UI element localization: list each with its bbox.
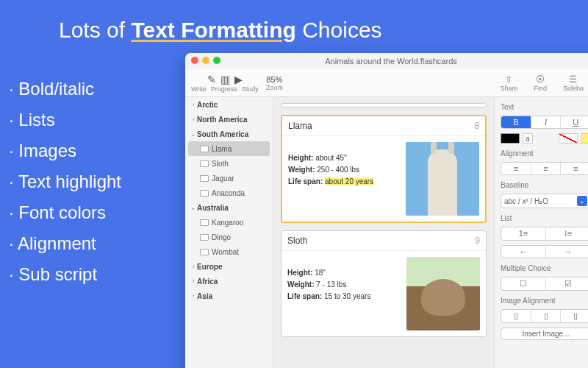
promo-headline: Lots of Text Formatting Choices (59, 18, 382, 43)
share-button[interactable]: ⇧Share (500, 74, 517, 92)
maximize-button[interactable] (213, 57, 220, 64)
titlebar: Animals around the World.flashcards (185, 53, 588, 69)
sidebar-item-dingo[interactable]: Dingo (185, 230, 273, 244)
progress-icon[interactable]: ▥ (220, 74, 230, 85)
baseline-section-label: Baseline (501, 181, 588, 189)
align-right-button[interactable]: ≡ (561, 163, 588, 174)
img-align-right-button[interactable]: ▯ (561, 310, 588, 322)
alignment-segment: ≡ ≡ ≡ (501, 162, 588, 175)
toolbar-right: ⇧Share ⦿Find ☰Sideba (500, 74, 588, 92)
chevron-right-icon: › (190, 101, 197, 108)
sidebar-item-llama[interactable]: Llama (188, 141, 270, 156)
align-center-button[interactable]: ≡ (531, 163, 562, 174)
mc-unchecked-button[interactable]: ☐ (501, 277, 546, 290)
multiple-choice-label: Multiple Choice (501, 264, 588, 272)
fact-value: 250 - 400 lbs (317, 166, 359, 174)
outdent-button[interactable]: ← (501, 246, 546, 258)
numbered-list-button[interactable]: 1≡ (501, 227, 546, 240)
image-alignment-segment: ▯ ▯ ▯ (501, 309, 588, 323)
italic-button[interactable]: I (531, 116, 562, 128)
fact-value: 18" (315, 269, 326, 277)
highlight-picker-icon[interactable] (581, 133, 588, 144)
alignment-section-label: Alignment (501, 149, 588, 158)
card-body: Height: about 45" Weight: 250 - 400 lbs … (282, 136, 485, 222)
sidebar: ›Arctic ›North America ⌄South America Ll… (185, 97, 273, 368)
fact-label: Weight: (287, 280, 314, 289)
sloth-image (406, 257, 480, 330)
underline-button[interactable]: U (561, 116, 588, 128)
indent-button[interactable]: → (546, 246, 588, 258)
card-body: Height: 18" Weight: 7 - 13 lbs Life span… (282, 251, 486, 336)
find-button[interactable]: ⦿Find (534, 74, 547, 92)
bullet-item: Lists (9, 105, 121, 135)
card-sloth[interactable]: Sloth 9 Height: 18" Weight: 7 - 13 lbs L… (281, 230, 487, 337)
list-type-segment: 1≡ ⁞≡ (501, 227, 588, 241)
img-align-center-button[interactable]: ▯ (531, 310, 562, 322)
study-icon[interactable]: ▶ (234, 74, 243, 85)
card-icon (200, 219, 209, 226)
bullet-item: Text highlight (9, 166, 121, 197)
fact-value: 15 to 30 years (324, 292, 370, 300)
llama-image (406, 142, 479, 216)
toolbar-zoom-group[interactable]: 85% Zoom (266, 75, 283, 91)
card-title: Sloth (287, 236, 307, 246)
sidebar-region-south-america[interactable]: ⌄South America (185, 127, 273, 141)
sidebar-region-north-america[interactable]: ›North America (185, 112, 273, 127)
img-align-left-button[interactable]: ▯ (501, 310, 531, 322)
bullet-item: Sub script (9, 259, 121, 290)
bold-button[interactable]: B (501, 116, 531, 128)
sidebar-item-anaconda[interactable]: Anaconda (185, 185, 273, 200)
sidebar-region-australia[interactable]: ⌄Australia (185, 200, 273, 215)
fact-value-highlighted: about 20 years (325, 177, 373, 185)
text-color-picker[interactable]: a (523, 133, 533, 144)
card-icon (200, 234, 209, 241)
progress-label: Progress (211, 85, 237, 93)
card-llama[interactable]: Llama 8 Height: about 45" Weight: 250 - … (281, 115, 487, 223)
sidebar-item-jaguar[interactable]: Jaguar (185, 171, 273, 185)
study-label: Study (242, 85, 259, 93)
mc-checked-button[interactable]: ☑ (546, 277, 588, 290)
baseline-value: abc / x² / H₂O (504, 197, 548, 205)
fact-value: about 45" (315, 154, 346, 162)
inspector: Text B I U a Alignment ≡ ≡ ≡ Baseline (494, 97, 588, 368)
fact-label: Weight: (288, 166, 315, 174)
sidebar-item-wombat[interactable]: Wombat (185, 244, 273, 259)
sidebar-toggle-button[interactable]: ☰Sideba (563, 74, 584, 92)
toolbar-mode-group: ✎ ▥ ▶ Write Progress Study (191, 74, 259, 93)
card-icon (200, 249, 209, 255)
sidebar-region-asia[interactable]: ›Asia (185, 289, 273, 303)
close-button[interactable] (191, 57, 198, 64)
no-highlight-swatch[interactable] (559, 133, 578, 144)
sidebar-region-europe[interactable]: ›Europe (185, 259, 273, 274)
card-icon (200, 175, 209, 182)
chevron-down-icon: ⌄ (190, 204, 197, 211)
card-icon (200, 160, 209, 167)
card-number: 8 (474, 121, 479, 131)
sidebar-region-arctic[interactable]: ›Arctic (185, 97, 273, 112)
sidebar-item-kangaroo[interactable]: Kangaroo (185, 215, 273, 230)
sidebar-region-africa[interactable]: ›Africa (185, 274, 273, 289)
card-icon (200, 146, 209, 152)
image-alignment-label: Image Alignment (501, 297, 588, 305)
bullet-item: Font colors (9, 197, 121, 228)
sidebar-item-sloth[interactable]: Sloth (185, 156, 273, 171)
traffic-lights (191, 57, 220, 64)
card-sliver[interactable] (281, 103, 487, 107)
bullet-item: Images (9, 135, 121, 166)
card-icon (200, 190, 209, 197)
zoom-label: Zoom (266, 84, 283, 91)
minimize-button[interactable] (202, 57, 209, 64)
headline-pre: Lots of (59, 18, 131, 42)
headline-emphasis: Text Formatting (131, 18, 295, 42)
align-left-button[interactable]: ≡ (501, 163, 531, 174)
bulleted-list-button[interactable]: ⁞≡ (546, 227, 588, 240)
insert-image-button[interactable]: Insert Image... (501, 328, 588, 340)
chevron-right-icon: › (190, 116, 197, 123)
baseline-select[interactable]: abc / x² / H₂O ⌄ (501, 194, 588, 208)
write-label: Write (191, 85, 207, 93)
text-style-segment: B I U (501, 116, 588, 129)
text-color-swatch[interactable] (501, 133, 520, 144)
write-icon[interactable]: ✎ (207, 74, 216, 85)
cards-column: Llama 8 Height: about 45" Weight: 250 - … (273, 97, 494, 368)
headline-post: Choices (296, 18, 382, 42)
